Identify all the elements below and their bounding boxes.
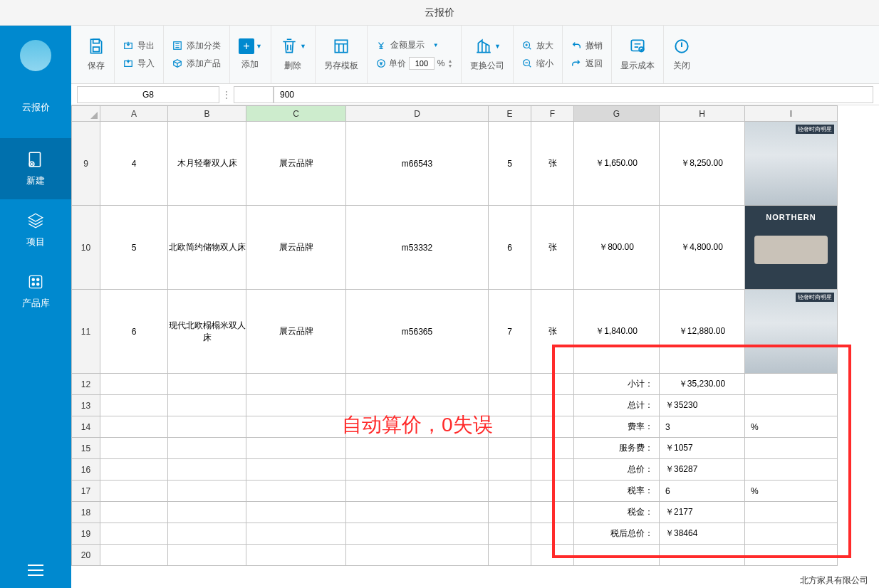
export-button[interactable]: 导出 — [123, 40, 155, 52]
chevron-down-icon: ▼ — [494, 43, 501, 50]
col-header-E[interactable]: E — [489, 106, 531, 122]
chevron-down-icon: ▼ — [256, 43, 262, 50]
summary-row[interactable]: 20 — [72, 545, 838, 566]
add-category-button[interactable]: 添加分类 — [172, 40, 221, 52]
unit-price-input[interactable] — [409, 57, 435, 70]
project-icon — [26, 211, 45, 230]
nav-new[interactable]: 新建 — [0, 138, 71, 199]
row-header[interactable]: 9 — [72, 122, 100, 206]
chevron-down-icon: ▼ — [300, 43, 306, 50]
row-header[interactable]: 20 — [72, 545, 100, 566]
col-header-F[interactable]: F — [531, 106, 574, 122]
col-header-H[interactable]: H — [660, 106, 745, 122]
product-image: 轻奢时尚明星 — [745, 122, 837, 205]
zoom-in-button[interactable]: 放大 — [522, 40, 553, 52]
summary-row[interactable]: 18 税金： ￥2177 — [72, 502, 838, 523]
products-icon — [26, 273, 45, 291]
summary-row[interactable]: 14 费率： 3 % — [72, 416, 838, 438]
import-icon — [123, 58, 133, 68]
formula-bar: G8 ⋮ 900 — [71, 84, 879, 105]
nav-quote[interactable]: 云报价 — [0, 77, 71, 138]
export-icon — [123, 41, 133, 51]
switch-company-button[interactable]: ▼ 更换公司 — [470, 37, 504, 72]
cell-reference[interactable]: G8 — [77, 86, 219, 103]
unit-price-control[interactable]: 单价 % ▲▼ — [376, 57, 453, 70]
stepper-icon[interactable]: ▲▼ — [448, 58, 453, 68]
coin-icon — [376, 58, 386, 68]
svg-rect-12 — [335, 40, 347, 52]
formula-value[interactable]: 900 — [274, 86, 873, 103]
save-icon — [87, 37, 105, 56]
col-header-D[interactable]: D — [346, 106, 489, 122]
amount-icon — [376, 41, 386, 51]
toolbar: 保存 导出 导入 添加分类 添加产品 + — [71, 26, 879, 84]
hamburger-icon — [28, 565, 43, 576]
summary-row[interactable]: 16 总价： ￥36287 — [72, 459, 838, 481]
svg-rect-7 — [93, 39, 100, 43]
row-header[interactable]: 18 — [72, 502, 100, 523]
show-cost-button[interactable]: 显示成本 — [620, 37, 655, 72]
svg-rect-8 — [93, 47, 100, 52]
svg-point-5 — [32, 283, 34, 285]
add-product-icon — [172, 58, 182, 68]
undo-icon — [571, 41, 581, 51]
table-row[interactable]: 9 4 木月轻奢双人床 展云品牌 m66543 5 张 ￥1,650.00 ￥8… — [72, 122, 838, 206]
row-header[interactable]: 13 — [72, 395, 100, 416]
row-header[interactable]: 16 — [72, 459, 100, 481]
summary-row[interactable]: 15 服务费： ￥1057 — [72, 438, 838, 459]
zoom-out-button[interactable]: 缩小 — [522, 58, 553, 70]
chevron-down-icon: ▼ — [433, 42, 439, 48]
add-button[interactable]: +▼ 添加 — [239, 38, 262, 70]
title-bar: 云报价 — [0, 0, 879, 26]
footer-company: 北方家具有限公司 — [800, 574, 868, 587]
add-product-button[interactable]: 添加产品 — [172, 58, 221, 70]
row-header[interactable]: 10 — [72, 206, 100, 290]
table-row[interactable]: 11 6 现代北欧榻榻米双人床 展云品牌 m56365 7 张 ￥1,840.0… — [72, 290, 838, 374]
save-template-button[interactable]: 另存模板 — [324, 37, 358, 72]
col-header-B[interactable]: B — [168, 106, 246, 122]
delete-button[interactable]: ▼ 删除 — [280, 37, 306, 72]
nav-project[interactable]: 项目 — [0, 199, 71, 261]
power-icon — [672, 37, 691, 56]
row-header[interactable]: 19 — [72, 523, 100, 545]
svg-point-6 — [37, 283, 39, 285]
row-header[interactable]: 14 — [72, 416, 100, 438]
svg-point-3 — [32, 278, 34, 280]
zoom-in-icon — [522, 41, 532, 51]
col-header-A[interactable]: A — [100, 106, 168, 122]
zoom-out-icon — [522, 58, 532, 68]
new-icon — [26, 150, 45, 169]
plus-icon: + — [239, 38, 254, 54]
redo-button[interactable]: 返回 — [571, 58, 603, 70]
avatar[interactable] — [20, 40, 51, 71]
row-header[interactable]: 17 — [72, 481, 100, 502]
close-button[interactable]: 关闭 — [672, 37, 691, 72]
template-icon — [332, 37, 350, 56]
left-nav: 云报价 新建 项目 产品库 — [0, 26, 71, 588]
row-header[interactable]: 12 — [72, 374, 100, 395]
summary-row[interactable]: 19 税后总价： ￥38464 — [72, 523, 838, 545]
row-header[interactable]: 11 — [72, 290, 100, 374]
more-icon[interactable]: ⋮ — [219, 90, 234, 100]
save-button[interactable]: 保存 — [87, 37, 105, 72]
spreadsheet[interactable]: ABCDEFGHI 9 4 木月轻奢双人床 展云品牌 m66543 5 张 ￥1… — [71, 105, 879, 588]
table-row[interactable]: 10 5 北欧简约储物双人床 展云品牌 m53332 6 张 ￥800.00 ￥… — [72, 206, 838, 290]
summary-row[interactable]: 17 税率： 6 % — [72, 481, 838, 502]
formula-preview[interactable] — [234, 86, 274, 103]
product-image: NORTHERN — [745, 206, 837, 289]
nav-products[interactable]: 产品库 — [0, 261, 71, 322]
building-icon — [474, 37, 493, 56]
hamburger-button[interactable] — [0, 552, 71, 588]
summary-row[interactable]: 13 总计： ￥35230 — [72, 395, 838, 416]
summary-row[interactable]: 12 小计： ￥35,230.00 — [72, 374, 838, 395]
add-category-icon — [172, 41, 182, 51]
row-header[interactable]: 15 — [72, 438, 100, 459]
col-header-G[interactable]: G — [574, 106, 660, 122]
select-all-corner[interactable] — [72, 106, 100, 122]
amount-show-button[interactable]: 金额显示▼ — [376, 39, 453, 51]
col-header-C[interactable]: C — [246, 106, 346, 122]
cost-icon — [628, 37, 647, 56]
import-button[interactable]: 导入 — [123, 58, 155, 70]
col-header-I[interactable]: I — [745, 106, 838, 122]
undo-button[interactable]: 撤销 — [571, 40, 603, 52]
